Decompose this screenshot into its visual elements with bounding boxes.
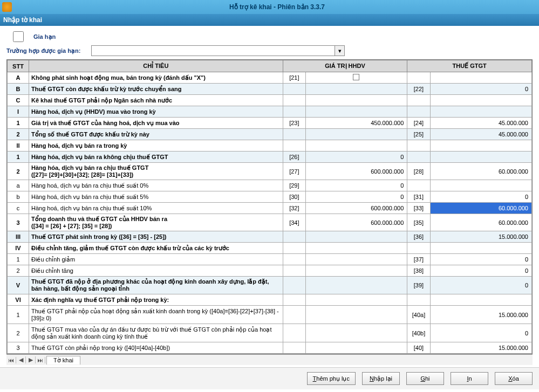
row-stt: 2 xyxy=(8,163,29,180)
table-row: 2Thuế GTGT mua vào của dự án đầu tư được… xyxy=(8,324,532,342)
code1 xyxy=(283,95,305,106)
row-label: Thuế GTGT phải nộp của hoạt động sản xuấ… xyxy=(29,306,283,324)
table-row: BThuế GTGT còn được khấu trừ kỳ trước ch… xyxy=(8,84,532,95)
window-title: Hỗ trợ kê khai - Phiên bản 3.3.7 xyxy=(15,3,539,11)
sheet-tab-tokhai[interactable]: Tờ khai xyxy=(46,356,80,365)
value2[interactable] xyxy=(430,152,531,163)
value1[interactable]: 600.000.000 xyxy=(306,163,407,180)
code1: [23] xyxy=(283,118,305,129)
value1[interactable] xyxy=(306,129,407,140)
row-stt: 3 xyxy=(8,342,29,354)
nav-prev-icon[interactable]: ◀ xyxy=(16,356,26,363)
value1[interactable]: 0 xyxy=(306,152,407,163)
value2[interactable]: 0 xyxy=(430,191,531,203)
value2[interactable]: 60.000.000 xyxy=(430,214,531,231)
value1[interactable] xyxy=(306,306,407,324)
row-label: Kê khai thuế GTGT phải nộp Ngân sách nhà… xyxy=(29,95,283,106)
code2: [36] xyxy=(407,231,430,243)
row-stt: 2 xyxy=(8,324,29,342)
value1[interactable] xyxy=(306,95,407,106)
code1: [34] xyxy=(283,214,305,231)
value1[interactable]: 0 xyxy=(306,180,407,191)
row-stt: I xyxy=(8,106,29,118)
table-row: 3Thuế GTGT còn phải nộp trong kỳ ([40]=[… xyxy=(8,342,532,354)
value2[interactable] xyxy=(430,140,531,152)
table-row: VThuế GTGT đã nộp ở địa phương khác của … xyxy=(8,277,532,294)
code1 xyxy=(283,324,305,342)
table-row: cHàng hoá, dịch vụ bán ra chịu thuế suất… xyxy=(8,203,532,214)
extension-case-label: Trường hợp được gia hạn: xyxy=(6,47,80,54)
code1 xyxy=(283,129,305,140)
code2 xyxy=(407,106,430,118)
value1[interactable] xyxy=(306,277,407,294)
value2[interactable] xyxy=(430,106,531,118)
table-row: bHàng hoá, dịch vụ bán ra chịu thuế suất… xyxy=(8,191,532,203)
code1 xyxy=(283,294,305,306)
code2: [38] xyxy=(407,265,430,277)
value2[interactable]: 0 xyxy=(430,84,531,95)
value1[interactable] xyxy=(306,106,407,118)
nav-last-icon[interactable]: ⏭ xyxy=(36,357,45,363)
value2[interactable] xyxy=(430,294,531,306)
menu-title: Nhập tờ khai xyxy=(3,16,42,24)
value1[interactable] xyxy=(306,140,407,152)
row-stt: 1 xyxy=(8,306,29,324)
row-checkbox[interactable] xyxy=(353,74,359,80)
value1[interactable] xyxy=(306,254,407,265)
value2[interactable] xyxy=(430,180,531,191)
value2[interactable]: 15.000.000 xyxy=(430,342,531,354)
value1[interactable] xyxy=(306,342,407,354)
row-label: Không phát sinh hoạt động mua, bán trong… xyxy=(29,72,283,84)
value2[interactable]: 0 xyxy=(430,324,531,342)
top-controls: Gia hạn xyxy=(6,31,533,42)
value2[interactable] xyxy=(430,95,531,106)
value1[interactable]: 600.000.000 xyxy=(306,214,407,231)
nav-next-icon[interactable]: ▶ xyxy=(26,356,36,363)
value1[interactable] xyxy=(306,72,407,84)
declaration-table-wrapper[interactable]: STT CHỈ TIÊU GIÁ TRỊ HHDV THUẾ GTGT AKhô… xyxy=(6,59,533,354)
delete-button[interactable]: Xóa xyxy=(495,372,533,385)
save-button[interactable]: Ghi xyxy=(406,372,444,385)
table-row: 3Tổng doanh thu và thuế GTGT của HHDV bá… xyxy=(8,214,532,231)
extension-case-select[interactable]: ▾ xyxy=(91,45,345,56)
extension-checkbox[interactable] xyxy=(13,31,24,42)
value1[interactable]: 450.000.000 xyxy=(306,118,407,129)
row-label: Điều chỉnh giảm xyxy=(29,254,283,265)
print-button[interactable]: In xyxy=(451,372,488,385)
value2[interactable]: 15.000.000 xyxy=(430,306,531,324)
code2: [40b] xyxy=(407,324,430,342)
row-stt: C xyxy=(8,95,29,106)
value2[interactable]: 45.000.000 xyxy=(430,118,531,129)
value1[interactable]: 0 xyxy=(306,191,407,203)
add-appendix-button[interactable]: Thêm phụ lục xyxy=(307,372,356,385)
value2[interactable] xyxy=(430,72,531,84)
value1[interactable] xyxy=(306,324,407,342)
declaration-table: STT CHỈ TIÊU GIÁ TRỊ HHDV THUẾ GTGT AKhô… xyxy=(7,60,532,354)
extension-checkbox-label: Gia hạn xyxy=(33,33,56,40)
code2 xyxy=(407,180,430,191)
value1[interactable] xyxy=(306,294,407,306)
value1[interactable] xyxy=(306,265,407,277)
row-stt: B xyxy=(8,84,29,95)
value2[interactable]: 60.000.000 xyxy=(430,163,531,180)
value2[interactable]: 60.000.000 xyxy=(430,203,531,214)
code2 xyxy=(407,243,430,254)
row-label: Hàng hóa, dịch vụ bán ra chịu thuế GTGT(… xyxy=(29,163,283,180)
reenter-button[interactable]: Nhập lại xyxy=(362,372,400,385)
row-stt: VI xyxy=(8,294,29,306)
value1[interactable] xyxy=(306,231,407,243)
value1[interactable] xyxy=(306,84,407,95)
value2[interactable]: 45.000.000 xyxy=(430,129,531,140)
value2[interactable] xyxy=(430,243,531,254)
value2[interactable]: 0 xyxy=(430,265,531,277)
value2[interactable]: 0 xyxy=(430,277,531,294)
value2[interactable]: 15.000.000 xyxy=(430,231,531,243)
value2[interactable]: 0 xyxy=(430,254,531,265)
row-label: Điều chỉnh tăng, giảm thuế GTGT còn được… xyxy=(29,243,283,254)
value1[interactable] xyxy=(306,243,407,254)
value1[interactable]: 600.000.000 xyxy=(306,203,407,214)
code1 xyxy=(283,243,305,254)
col-gtgt: THUẾ GTGT xyxy=(407,60,532,72)
nav-first-icon[interactable]: ⏮ xyxy=(6,357,16,363)
row-stt: V xyxy=(8,277,29,294)
